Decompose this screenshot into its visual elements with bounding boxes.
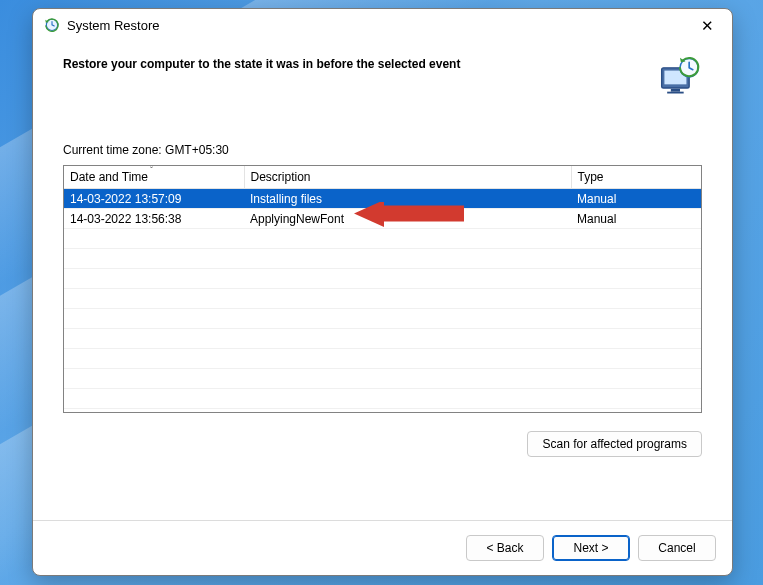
sort-caret-icon: ˇ: [150, 165, 153, 175]
cell-description: ApplyingNewFont: [244, 209, 571, 229]
table-row[interactable]: 14-03-2022 13:57:09 Installing files Man…: [64, 189, 701, 209]
table-row-empty: .: [64, 369, 701, 389]
restore-points-table[interactable]: Date and Time ˇ Description Type 14-03-2…: [63, 165, 702, 413]
cell-type: Manual: [571, 209, 701, 229]
table-row-empty: .: [64, 329, 701, 349]
dialog-content: Restore your computer to the state it wa…: [33, 43, 732, 520]
restore-monitor-icon: [658, 55, 702, 99]
svg-rect-4: [667, 92, 684, 94]
cell-date: 14-03-2022 13:56:38: [64, 209, 244, 229]
table-actions: Scan for affected programs: [63, 431, 702, 457]
svg-rect-3: [671, 89, 680, 92]
table-row-empty: .: [64, 309, 701, 329]
table-row-empty: .: [64, 229, 701, 249]
titlebar: System Restore ✕: [33, 9, 732, 43]
table-row-empty: .: [64, 289, 701, 309]
system-restore-icon: [43, 17, 61, 35]
column-header-date-label: Date and Time: [70, 170, 148, 184]
table-row-empty: .: [64, 389, 701, 409]
close-button[interactable]: ✕: [693, 14, 722, 37]
cell-type: Manual: [571, 189, 701, 209]
table-row-empty: .: [64, 249, 701, 269]
table-row[interactable]: 14-03-2022 13:56:38 ApplyingNewFont Manu…: [64, 209, 701, 229]
header-row: Restore your computer to the state it wa…: [63, 55, 702, 99]
scan-affected-button[interactable]: Scan for affected programs: [527, 431, 702, 457]
table-header-row[interactable]: Date and Time ˇ Description Type: [64, 166, 701, 189]
dialog-footer: < Back Next > Cancel: [33, 520, 732, 575]
system-restore-dialog: System Restore ✕ Restore your computer t…: [32, 8, 733, 576]
column-header-date[interactable]: Date and Time ˇ: [64, 166, 244, 189]
cancel-button[interactable]: Cancel: [638, 535, 716, 561]
window-title: System Restore: [67, 18, 159, 33]
table-row-empty: .: [64, 349, 701, 369]
back-button[interactable]: < Back: [466, 535, 544, 561]
page-heading: Restore your computer to the state it wa…: [63, 55, 646, 71]
column-header-description[interactable]: Description: [244, 166, 571, 189]
cell-description: Installing files: [244, 189, 571, 209]
timezone-label: Current time zone: GMT+05:30: [63, 143, 702, 157]
table-row-empty: .: [64, 269, 701, 289]
cell-date: 14-03-2022 13:57:09: [64, 189, 244, 209]
column-header-type[interactable]: Type: [571, 166, 701, 189]
next-button[interactable]: Next >: [552, 535, 630, 561]
